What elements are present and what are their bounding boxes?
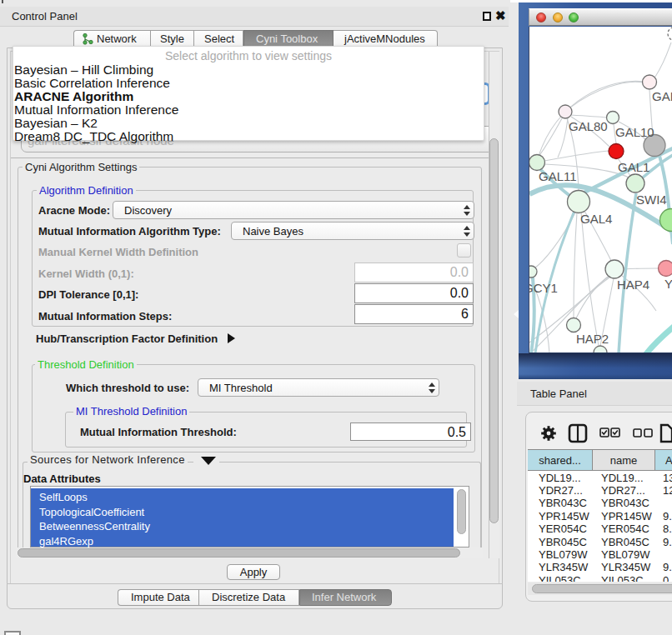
svg-text:SWI4: SWI4 [636,192,667,207]
svg-text:GAL7: GAL7 [652,89,672,103]
svg-text:YM: YM [664,277,672,291]
svg-text:GAL80: GAL80 [569,119,608,133]
svg-text:GAL1: GAL1 [618,160,649,174]
svg-text:HAP2: HAP2 [576,332,609,346]
svg-text:GAL10: GAL10 [615,125,654,139]
svg-text:GCY1: GCY1 [529,281,558,295]
svg-text:GAL4: GAL4 [580,212,612,226]
svg-text:GAL11: GAL11 [539,169,577,183]
svg-text:HAP4: HAP4 [617,278,649,292]
